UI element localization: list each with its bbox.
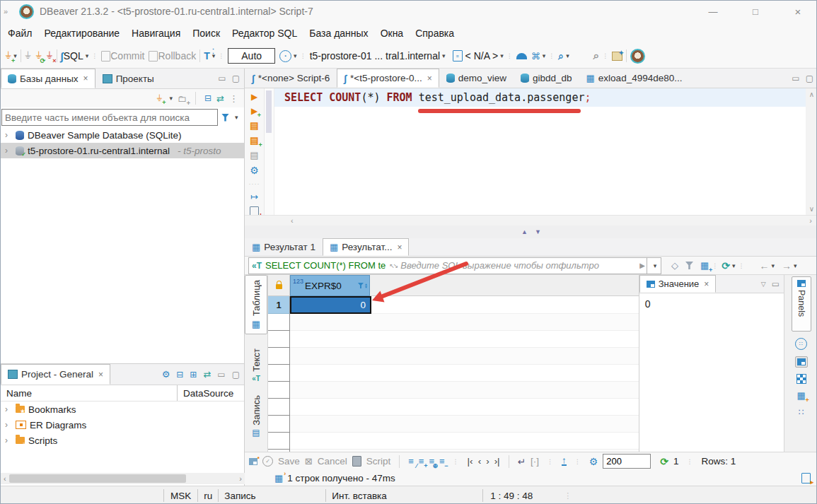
maximize-panel-icon[interactable]: ▢ (806, 74, 813, 83)
horizontal-scrollbar[interactable]: ‹ › (1, 473, 245, 484)
expand-chevron-icon[interactable]: › (5, 146, 12, 156)
filter-history-dropdown[interactable]: ▾ (647, 257, 661, 274)
commit-icon[interactable] (101, 51, 110, 61)
tab-result-2[interactable]: ▦ Результат... × (323, 238, 409, 256)
last-row-icon[interactable]: ›| (494, 456, 500, 467)
close-icon[interactable]: × (83, 74, 88, 83)
expand-filter-icon[interactable]: ↖↘ (389, 262, 397, 269)
schema-combo[interactable]: < N/A > (465, 50, 499, 61)
select-row-icon[interactable]: [·] (531, 456, 539, 467)
grid-empty-row[interactable] (268, 331, 639, 348)
editor-results-sash[interactable]: ▲ ▼ (245, 225, 817, 238)
scroll-down-icon[interactable]: ∨ (809, 205, 814, 213)
expand-chevron-icon[interactable]: › (5, 420, 12, 430)
script-button[interactable]: Script (366, 456, 391, 467)
dbeaver-perspective-icon[interactable] (630, 49, 645, 64)
rollback-icon[interactable] (149, 51, 158, 61)
transaction-mode-icon[interactable]: T⁚ (204, 50, 210, 61)
maximize-panel-icon[interactable]: ▢ (232, 74, 240, 83)
column-name[interactable]: Name (1, 388, 177, 399)
preview-panel-icon[interactable] (796, 374, 806, 384)
commit-button[interactable]: Commit (110, 50, 144, 61)
close-button[interactable]: × (784, 6, 812, 18)
value-panel-toggle-icon[interactable] (795, 356, 808, 368)
view-menu-icon[interactable]: ▽ (761, 281, 766, 288)
editor-horizontal-scrollbar[interactable]: ‹ › (245, 215, 817, 225)
transaction-log-caret-icon[interactable]: ▾ (294, 52, 297, 59)
tab-projects[interactable]: Проекты (95, 69, 161, 88)
network-icon[interactable]: ⌘ (531, 51, 540, 61)
sql-editor-icon[interactable]: ∫ (61, 50, 64, 62)
filter-input[interactable]: «T SELECT COUNT(*) FROM te ↖↘ Введите SQ… (248, 257, 647, 274)
presentation-tab-grid[interactable]: Таблица ▦ (245, 275, 267, 334)
clear-filter-icon[interactable]: ◇ (671, 260, 678, 271)
rollback-button[interactable]: Rollback (158, 50, 196, 61)
duplicate-row-icon[interactable]: ≡⊕ (429, 456, 434, 467)
maximize-panel-icon[interactable]: ▢ (232, 370, 240, 380)
toggle-panels-icon[interactable]: • (249, 458, 257, 465)
language-status[interactable]: ru (198, 491, 218, 501)
link-with-editor-icon[interactable]: ⇄ (216, 93, 224, 104)
execute-statement-icon[interactable]: ▶ (251, 92, 257, 102)
tab-demo-view[interactable]: demo_view (439, 69, 514, 88)
menu-search[interactable]: Поиск (192, 28, 220, 39)
panels-button[interactable]: Panels (792, 276, 811, 332)
tab-script-7[interactable]: ∫ *<t5-prostore-0... × (337, 69, 439, 88)
filter-icon[interactable] (221, 114, 229, 122)
open-editor-icon[interactable]: ▸ (801, 473, 811, 484)
refresh-caret-icon[interactable]: ▾ (732, 262, 736, 269)
new-connection-icon[interactable]: ⏚+ (156, 93, 163, 103)
grid-row-1[interactable]: 1 0 (268, 296, 639, 314)
network-caret-icon[interactable]: ▾ (543, 52, 546, 59)
expand-chevron-icon[interactable]: › (5, 130, 12, 140)
save-button[interactable]: Save (278, 456, 300, 467)
tree-item-bookmarks[interactable]: › ★ Bookmarks (1, 402, 244, 417)
sash-up-icon[interactable]: ▲ (521, 228, 528, 235)
transaction-log-icon[interactable]: 🞄 (279, 50, 291, 62)
minimize-panel-icon[interactable]: ▭ (772, 279, 780, 289)
minimize-panel-icon[interactable]: ▭ (217, 370, 225, 380)
menu-navigate[interactable]: Навигация (132, 28, 180, 39)
column-datasource[interactable]: DataSource (178, 388, 244, 399)
cancel-button[interactable]: Cancel (318, 456, 347, 467)
apply-filter-icon[interactable]: ▶ (639, 262, 645, 269)
execute-script-icon[interactable]: ▤ (250, 120, 258, 131)
back-caret-icon[interactable]: ▾ (772, 262, 775, 269)
code-area[interactable]: SELECT COUNT(*) FROM test_upload_data.pa… (274, 88, 806, 215)
schema-combo-caret-icon[interactable]: ▾ (500, 52, 504, 59)
previous-row-icon[interactable]: ‹ (478, 456, 482, 467)
custom-filters-icon[interactable] (685, 262, 693, 269)
scroll-right-icon[interactable]: › (236, 474, 245, 483)
sash-down-icon[interactable]: ▼ (535, 228, 541, 235)
minimize-panel-icon[interactable]: ▭ (792, 74, 799, 83)
column-sort-icon[interactable]: ▴▾ (365, 283, 367, 288)
editor-settings-icon[interactable]: ⚙ (250, 165, 259, 176)
connection-combo-caret-icon[interactable]: ▾ (442, 52, 446, 59)
search-data-icon[interactable]: ⌕ (558, 50, 564, 62)
close-icon[interactable]: × (427, 74, 432, 83)
scroll-left-icon[interactable]: ‹ (291, 216, 294, 225)
tab-value[interactable]: Значение × (639, 275, 717, 293)
disconnect-icon[interactable]: ⏚× (46, 50, 52, 61)
scroll-up-icon[interactable]: ∧ (809, 90, 814, 98)
collapse-all-icon[interactable]: ⊟ (176, 370, 183, 380)
forward-icon[interactable]: → (782, 260, 792, 271)
tree-item-scripts[interactable]: › ▫ Scripts (1, 433, 244, 448)
connect-icon[interactable]: ⏚ (25, 50, 31, 61)
sql-editor-caret-icon[interactable]: ▾ (86, 52, 89, 59)
search-icon[interactable]: ⌕ (593, 49, 599, 62)
sql-editor-label[interactable]: SQL (64, 50, 83, 61)
execute-script-new-tab-icon[interactable]: ▤+ (250, 135, 258, 146)
scrollbar-thumb[interactable] (9, 474, 186, 483)
collapse-all-icon[interactable]: ⊟ (204, 93, 212, 103)
column-filter-icon[interactable] (358, 283, 364, 288)
grouping-panel-icon[interactable]: ∷ (795, 338, 807, 350)
perspective-icon[interactable]: ✦ (612, 52, 622, 61)
grid-settings-icon[interactable]: ⚙ (589, 456, 598, 467)
add-row-icon[interactable]: ≡+ (419, 456, 424, 467)
column-header-expr0[interactable]: 123 EXPR$0 ▴▾ (290, 275, 370, 296)
tree-item-er-diagrams[interactable]: › ER Diagrams (1, 417, 244, 433)
presentation-tab-text[interactable]: Текст «T (251, 344, 262, 387)
presentation-tab-record[interactable]: Запись ▤ (251, 391, 262, 443)
object-search-input[interactable] (1, 109, 218, 126)
